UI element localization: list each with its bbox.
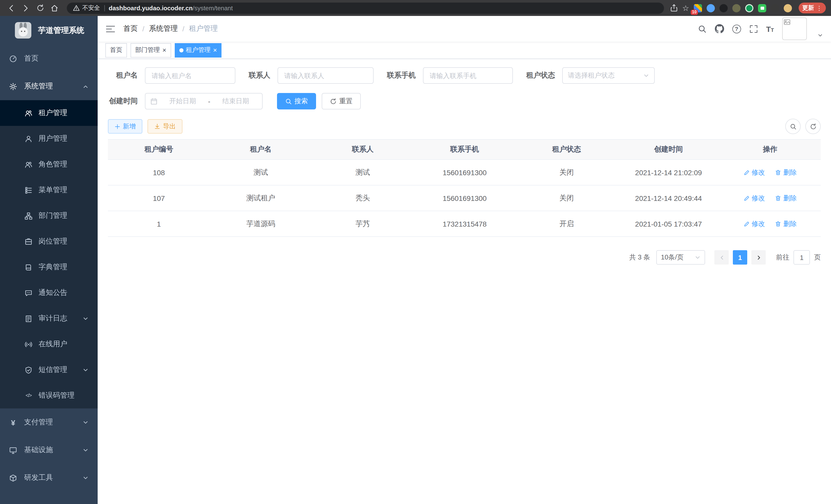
sidebar-item-role[interactable]: 角色管理 — [0, 152, 98, 177]
reset-button[interactable]: 重置 — [322, 93, 361, 110]
top-header: 首页 / 系统管理 / 租户管理 ? — [98, 16, 831, 41]
search-icon — [285, 98, 292, 105]
page-1-button[interactable]: 1 — [733, 250, 747, 265]
github-icon[interactable] — [715, 24, 724, 33]
extension-icon-1[interactable]: 10 — [694, 4, 702, 12]
tab-dept[interactable]: 部门管理 × — [131, 43, 171, 57]
sidebar-item-home[interactable]: 首页 — [0, 45, 98, 72]
tab-tenant[interactable]: 租户管理 × — [174, 43, 222, 57]
sidebar-item-online-user[interactable]: 在线用户 — [0, 331, 98, 357]
security-label: 不安全 — [82, 4, 100, 12]
dashboard-icon — [9, 55, 17, 62]
breadcrumb-home[interactable]: 首页 — [123, 24, 138, 33]
extension-icon-2[interactable] — [707, 4, 715, 12]
breadcrumb-system[interactable]: 系统管理 — [149, 24, 178, 33]
phone-input[interactable] — [423, 67, 513, 84]
search-button[interactable]: 搜索 — [277, 93, 316, 110]
caret-down-icon — [643, 73, 649, 78]
browser-update-button[interactable]: 更新 ⋮ — [799, 3, 826, 13]
delete-button[interactable]: 删除 — [775, 194, 797, 203]
sidebar-item-error-code[interactable]: </> 错误码管理 — [0, 383, 98, 409]
filter-status: 租户状态 请选择租户状态 — [526, 67, 655, 84]
sidebar-item-system[interactable]: 系统管理 — [0, 72, 98, 100]
extension-icon-6[interactable] — [758, 4, 766, 12]
active-dot — [179, 48, 183, 52]
delete-button[interactable]: 删除 — [775, 168, 797, 177]
status-cell: 关闭 — [516, 185, 618, 211]
phone-cell: 15601691300 — [414, 185, 516, 211]
edit-button[interactable]: 修改 — [743, 168, 765, 177]
tenant-name-cell: 测试租户 — [210, 185, 312, 211]
sidebar-item-user[interactable]: 用户管理 — [0, 126, 98, 152]
logo-image — [15, 22, 31, 38]
edit-button[interactable]: 修改 — [743, 194, 765, 203]
status-select[interactable]: 请选择租户状态 — [562, 67, 655, 84]
extension-icon-7[interactable] — [771, 4, 779, 12]
caret-down-icon[interactable] — [818, 33, 823, 38]
fullscreen-icon[interactable] — [749, 24, 758, 33]
goto-page-input[interactable] — [794, 250, 810, 265]
font-size-icon[interactable]: TT — [766, 24, 774, 33]
sidebar-item-tenant[interactable]: 租户管理 — [0, 100, 98, 126]
extension-icon-3[interactable] — [719, 4, 728, 12]
delete-button[interactable]: 删除 — [775, 219, 797, 228]
gear-icon — [9, 83, 17, 90]
extension-icon-4[interactable] — [732, 4, 741, 12]
sidebar-item-menu[interactable]: 菜单管理 — [0, 177, 98, 203]
edit-button[interactable]: 修改 — [743, 219, 765, 228]
book-icon — [25, 263, 32, 271]
badge-icon — [25, 238, 32, 245]
search-icon[interactable] — [698, 24, 706, 33]
refresh-icon — [330, 98, 337, 105]
next-page-button[interactable] — [751, 250, 766, 265]
system-submenu: 租户管理 用户管理 角色管理 — [0, 100, 98, 409]
sidebar-item-dict[interactable]: 字典管理 — [0, 254, 98, 280]
sidebar-item-audit-log[interactable]: 审计日志 — [0, 306, 98, 331]
browser-forward-button[interactable] — [20, 2, 32, 14]
download-icon — [154, 123, 160, 129]
add-button[interactable]: 新增 — [108, 119, 142, 134]
sidebar-collapse-icon[interactable] — [106, 25, 115, 33]
user-avatar[interactable] — [782, 18, 807, 40]
prev-page-button[interactable] — [714, 250, 729, 265]
tenant-name-input[interactable] — [145, 67, 235, 84]
sidebar-item-notice[interactable]: 通知公告 — [0, 280, 98, 306]
header-actions: ? TT — [698, 18, 823, 40]
contact-input[interactable] — [278, 67, 374, 84]
monitor-icon — [9, 446, 17, 454]
bookmark-star-icon[interactable]: ☆ — [682, 3, 689, 12]
table-row: 107 测试租户 秃头 15601691300 关闭 2021-12-14 20… — [108, 185, 821, 211]
share-icon[interactable] — [670, 4, 678, 12]
refresh-button[interactable] — [805, 119, 821, 134]
browser-back-button[interactable] — [5, 2, 18, 14]
sidebar-item-infra[interactable]: 基础设施 — [0, 436, 98, 464]
browser-right-controls: ☆ 10 更新 ⋮ — [670, 3, 826, 13]
browser-reload-button[interactable] — [34, 2, 46, 14]
tab-home[interactable]: 首页 — [105, 43, 127, 57]
extension-icon-5[interactable] — [745, 4, 753, 12]
sidebar-item-label: 部门管理 — [38, 211, 67, 220]
sidebar-item-sms[interactable]: 短信管理 — [0, 357, 98, 383]
browser-profile-avatar[interactable] — [784, 4, 792, 12]
url-bar[interactable]: 不安全 dashboard.yudao.iocoder.cn /system/t… — [67, 2, 664, 13]
security-chip[interactable]: 不安全 — [73, 4, 100, 12]
app-logo[interactable]: 芋道管理系统 — [0, 16, 98, 45]
chevron-left-icon — [719, 255, 724, 260]
close-icon[interactable]: × — [163, 47, 166, 53]
date-range-picker[interactable]: 开始日期 - 结束日期 — [145, 93, 263, 110]
close-icon[interactable]: × — [213, 47, 217, 53]
page-size-select[interactable]: 10条/页 — [656, 250, 705, 265]
sidebar-item-payment[interactable]: ¥ 支付管理 — [0, 409, 98, 436]
sidebar-item-dept[interactable]: 部门管理 — [0, 203, 98, 229]
help-icon[interactable]: ? — [732, 24, 741, 33]
actions-cell: 修改 删除 — [719, 211, 821, 237]
sidebar-item-devtools[interactable]: 研发工具 — [0, 464, 98, 492]
toggle-search-button[interactable] — [785, 119, 801, 134]
col-phone: 联系手机 — [414, 140, 516, 159]
export-button[interactable]: 导出 — [147, 119, 182, 134]
browser-home-button[interactable] — [48, 2, 61, 14]
sidebar-item-label: 错误码管理 — [38, 391, 75, 400]
sidebar-item-post[interactable]: 岗位管理 — [0, 229, 98, 254]
sidebar-item-label: 在线用户 — [38, 339, 67, 349]
phone-label: 联系手机 — [387, 71, 416, 80]
